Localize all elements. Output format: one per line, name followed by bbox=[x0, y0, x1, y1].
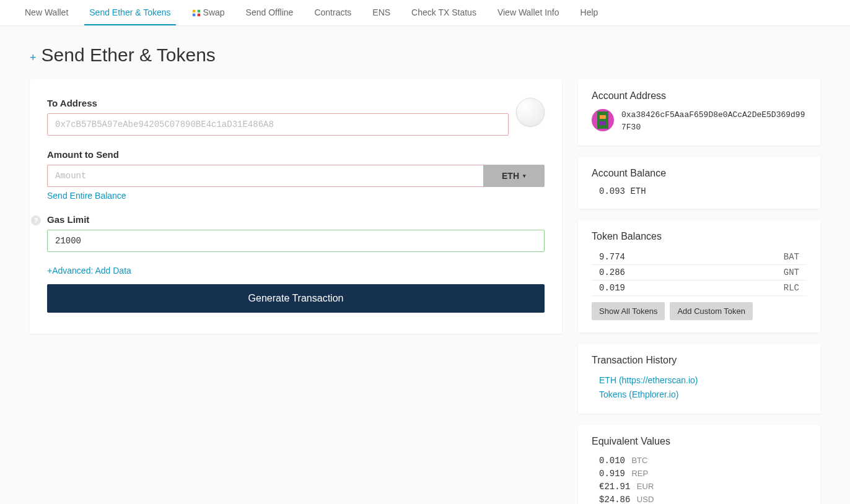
nav-help[interactable]: Help bbox=[576, 0, 603, 25]
nav-wallet-info[interactable]: View Wallet Info bbox=[493, 0, 564, 25]
history-ethplorer-link[interactable]: Tokens (Ethplorer.io) bbox=[599, 388, 807, 401]
send-form-card: To Address Amount to Send ETH ▾ Send Ent… bbox=[30, 79, 562, 334]
svg-rect-1 bbox=[197, 10, 199, 12]
equiv-row: 0.919 REP bbox=[592, 467, 807, 480]
expand-icon[interactable]: + bbox=[30, 51, 37, 64]
nav-swap[interactable]: Swap bbox=[187, 0, 230, 25]
account-address-card: Account Address 0xa38426cF5AaaF659D8e0AC… bbox=[578, 79, 820, 146]
add-custom-token-button[interactable]: Add Custom Token bbox=[670, 302, 753, 320]
to-address-label: To Address bbox=[47, 98, 509, 108]
equiv-row: €21.91 EUR bbox=[592, 480, 807, 493]
show-all-tokens-button[interactable]: Show All Tokens bbox=[592, 302, 665, 320]
token-balances-title: Token Balances bbox=[592, 231, 807, 242]
svg-rect-6 bbox=[600, 115, 606, 119]
equiv-row: $24.86 USD bbox=[592, 493, 807, 504]
token-row: 0.019RLC bbox=[592, 280, 807, 296]
amount-label: Amount to Send bbox=[47, 149, 545, 160]
svg-rect-3 bbox=[197, 14, 199, 16]
svg-rect-0 bbox=[192, 10, 195, 12]
to-address-input[interactable] bbox=[47, 113, 509, 136]
top-nav: New Wallet Send Ether & Tokens Swap Send… bbox=[0, 0, 850, 26]
nav-contracts[interactable]: Contracts bbox=[309, 0, 356, 25]
swap-icon bbox=[192, 9, 201, 17]
equiv-row: 0.010 BTC bbox=[592, 454, 807, 467]
transaction-history-card: Transaction History ETH (https://ethersc… bbox=[578, 344, 820, 414]
nav-send-offline[interactable]: Send Offline bbox=[241, 0, 299, 25]
advanced-add-data-link[interactable]: +Advanced: Add Data bbox=[47, 266, 131, 276]
help-icon[interactable]: ? bbox=[31, 215, 41, 225]
nav-ens[interactable]: ENS bbox=[367, 0, 395, 25]
to-address-identicon bbox=[516, 98, 545, 126]
chevron-down-icon: ▾ bbox=[523, 173, 526, 179]
account-balance-card: Account Balance 0.093 ETH bbox=[578, 157, 820, 209]
transaction-history-title: Transaction History bbox=[592, 355, 807, 366]
page-title: Send Ether & Tokens bbox=[42, 45, 216, 66]
nav-send-ether[interactable]: Send Ether & Tokens bbox=[84, 0, 175, 25]
account-balance-title: Account Balance bbox=[592, 168, 807, 179]
currency-dropdown[interactable]: ETH ▾ bbox=[483, 165, 545, 187]
account-address-value: 0xa38426cF5AaaF659D8e0ACcA2DeE5D369d997F… bbox=[621, 109, 807, 133]
nav-new-wallet[interactable]: New Wallet bbox=[20, 0, 73, 25]
nav-check-tx[interactable]: Check TX Status bbox=[406, 0, 481, 25]
equivalent-values-title: Equivalent Values bbox=[592, 436, 807, 447]
token-balances-card: Token Balances 9.774BAT 0.286GNT 0.019RL… bbox=[578, 220, 820, 332]
equivalent-values-card: Equivalent Values 0.010 BTC 0.919 REP €2… bbox=[578, 425, 820, 504]
account-identicon bbox=[592, 109, 614, 131]
account-address-title: Account Address bbox=[592, 90, 807, 102]
svg-rect-2 bbox=[192, 14, 195, 16]
token-row: 9.774BAT bbox=[592, 250, 807, 265]
generate-transaction-button[interactable]: Generate Transaction bbox=[47, 284, 545, 313]
send-entire-balance-link[interactable]: Send Entire Balance bbox=[47, 191, 126, 201]
account-balance-value: 0.093 ETH bbox=[592, 186, 807, 196]
history-etherscan-link[interactable]: ETH (https://etherscan.io) bbox=[599, 373, 807, 387]
amount-input[interactable] bbox=[47, 165, 483, 187]
gas-limit-label: ? Gas Limit bbox=[47, 214, 545, 225]
gas-limit-input[interactable] bbox=[47, 230, 545, 252]
svg-rect-7 bbox=[600, 121, 606, 125]
token-row: 0.286GNT bbox=[592, 265, 807, 280]
svg-rect-5 bbox=[597, 111, 608, 129]
